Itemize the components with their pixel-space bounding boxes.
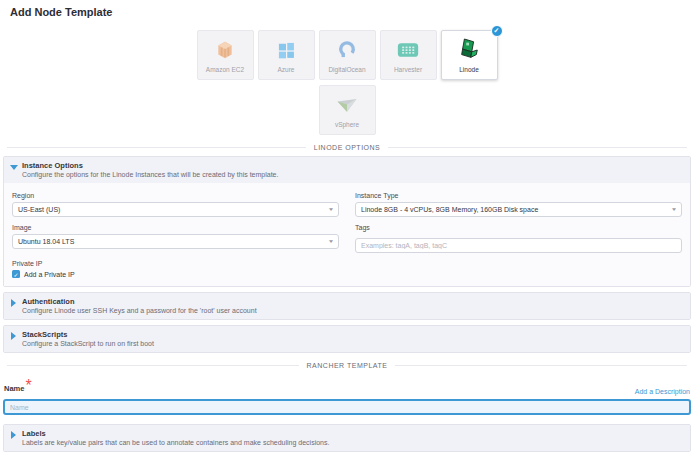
- image-select-value: Ubuntu 18.04 LTS: [18, 238, 74, 245]
- provider-card-label: vSphere: [335, 121, 359, 128]
- provider-card-label: DigitalOcean: [328, 66, 365, 73]
- provider-card-harvester[interactable]: Harvester: [380, 30, 437, 80]
- image-label: Image: [12, 224, 339, 231]
- vsphere-icon: [335, 93, 359, 117]
- provider-card-label: Amazon EC2: [206, 66, 244, 73]
- caret-right-icon: [11, 299, 16, 307]
- instance-options-panel-body: Region US-East (US) ▾ Instance Type Lino…: [4, 183, 690, 286]
- tags-input[interactable]: [355, 238, 682, 253]
- provider-card-azure[interactable]: Azure: [258, 30, 315, 80]
- private-ip-checkbox-row[interactable]: Add a Private IP: [12, 270, 339, 278]
- rancher-template-divider: RANCHER TEMPLATE: [7, 362, 687, 369]
- labels-panel: Labels Labels are key/value pairs that c…: [3, 424, 691, 452]
- tags-label: Tags: [355, 224, 682, 231]
- linode-options-divider: LINODE OPTIONS: [7, 144, 687, 151]
- image-select[interactable]: Ubuntu 18.04 LTS ▾: [12, 234, 339, 249]
- add-node-template-page: Add Node Template Amazon EC2: [0, 0, 694, 456]
- rancher-template-header: RANCHER TEMPLATE: [307, 362, 388, 369]
- provider-card-amazon-ec2[interactable]: Amazon EC2: [197, 30, 254, 80]
- checkbox-checked-icon[interactable]: [12, 270, 20, 278]
- panel-description: Configure the options for the Linode Ins…: [22, 171, 682, 178]
- provider-card-vsphere[interactable]: vSphere: [319, 85, 376, 135]
- provider-card-linode[interactable]: Linode: [441, 30, 498, 80]
- caret-right-icon: [11, 431, 16, 439]
- labels-panel-header[interactable]: Labels Labels are key/value pairs that c…: [4, 425, 690, 451]
- authentication-panel-header[interactable]: Authentication Configure Linode user SSH…: [4, 293, 690, 319]
- name-row: Name* Add a Description: [4, 377, 690, 395]
- provider-card-label: Azure: [278, 66, 295, 73]
- panel-title: StackScripts: [22, 330, 682, 339]
- chevron-down-icon: ▾: [329, 207, 333, 213]
- panel-title: Labels: [22, 429, 682, 438]
- region-label: Region: [12, 192, 339, 199]
- required-asterisk: *: [25, 377, 31, 394]
- harvester-icon: [397, 38, 419, 62]
- amazon-ec2-icon: [215, 38, 235, 62]
- panel-title: Instance Options: [22, 161, 682, 170]
- digitalocean-icon: [337, 38, 357, 62]
- name-input[interactable]: [3, 399, 691, 415]
- linode-icon: [458, 38, 480, 62]
- instance-type-select[interactable]: Linode 8GB - 4 vCPUs, 8GB Memory, 160GB …: [355, 202, 682, 217]
- azure-icon: [276, 38, 296, 62]
- provider-cards-row-2: vSphere: [3, 85, 691, 135]
- instance-options-panel-header[interactable]: Instance Options Configure the options f…: [4, 157, 690, 183]
- add-description-link[interactable]: Add a Description: [635, 388, 690, 395]
- stackscripts-panel-header[interactable]: StackScripts Configure a StackScript to …: [4, 326, 690, 352]
- provider-card-label: Linode: [459, 66, 479, 73]
- page-title: Add Node Template: [3, 6, 691, 18]
- panel-title: Authentication: [22, 297, 682, 306]
- private-ip-checkbox-label: Add a Private IP: [24, 271, 75, 278]
- instance-options-panel: Instance Options Configure the options f…: [3, 156, 691, 287]
- region-select[interactable]: US-East (US) ▾: [12, 202, 339, 217]
- authentication-panel: Authentication Configure Linode user SSH…: [3, 292, 691, 320]
- region-select-value: US-East (US): [18, 206, 60, 213]
- caret-right-icon: [11, 332, 16, 340]
- private-ip-label: Private IP: [12, 260, 339, 267]
- panel-description: Configure Linode user SSH Keys and a pas…: [22, 307, 682, 314]
- stackscripts-panel: StackScripts Configure a StackScript to …: [3, 325, 691, 353]
- panel-description: Labels are key/value pairs that can be u…: [22, 439, 682, 446]
- provider-card-label: Harvester: [394, 66, 422, 73]
- instance-type-select-value: Linode 8GB - 4 vCPUs, 8GB Memory, 160GB …: [361, 206, 538, 213]
- linode-options-header: LINODE OPTIONS: [314, 144, 381, 151]
- caret-down-icon: [10, 165, 18, 170]
- provider-card-digitalocean[interactable]: DigitalOcean: [319, 30, 376, 80]
- selected-check-icon: [491, 25, 503, 37]
- chevron-down-icon: ▾: [672, 207, 676, 213]
- chevron-down-icon: ▾: [329, 239, 333, 245]
- instance-type-label: Instance Type: [355, 192, 682, 199]
- panel-description: Configure a StackScript to run on first …: [22, 340, 682, 347]
- provider-cards-row-1: Amazon EC2 Azure DigitalOcean: [3, 30, 691, 80]
- name-label: Name: [4, 384, 24, 393]
